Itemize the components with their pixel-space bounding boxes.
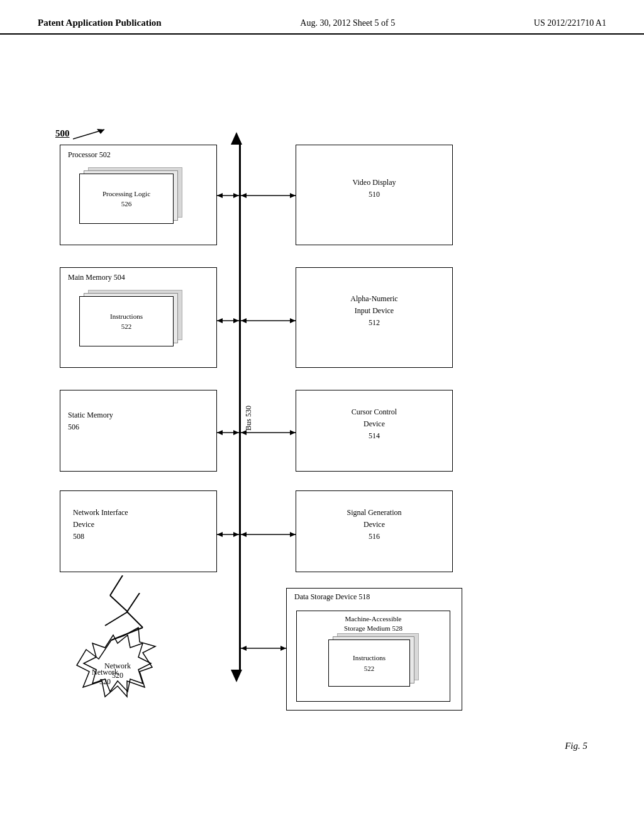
patent-number-label: US 2012/221710 A1 — [534, 18, 606, 28]
svg-marker-25 — [241, 532, 247, 537]
date-sheet-label: Aug. 30, 2012 Sheet 5 of 5 — [300, 18, 395, 28]
processor-right-arrow — [217, 191, 241, 201]
signal-generation-label: Signal GenerationDevice516 — [296, 491, 452, 546]
processing-logic-label: Processing Logic526 — [103, 189, 150, 209]
storage-arrow — [241, 643, 288, 653]
storage-instructions-container: Instructions522 — [328, 639, 410, 687]
svg-marker-6 — [290, 193, 296, 198]
network-left-arrow — [217, 529, 241, 540]
storage-medium-box: Machine-AccessibleStorage Medium 528 Ins… — [296, 611, 450, 702]
svg-marker-28 — [241, 646, 247, 651]
svg-text:Network: Network — [104, 661, 131, 670]
storage-medium-label: Machine-AccessibleStorage Medium 528 — [297, 611, 450, 635]
svg-marker-27 — [280, 646, 286, 651]
svg-marker-24 — [290, 532, 296, 537]
svg-marker-16 — [217, 430, 223, 435]
svg-marker-13 — [241, 318, 247, 323]
processing-logic-container: Processing Logic526 — [79, 174, 174, 224]
signal-generation-box: Signal GenerationDevice516 — [296, 490, 453, 572]
network-interface-label: Network InterfaceDevice508 — [60, 491, 216, 546]
bus-label: Bus 530 — [244, 406, 253, 431]
static-memory-box: Static Memory506 — [60, 390, 217, 472]
svg-marker-18 — [290, 430, 296, 435]
storage-instructions-label: Instructions522 — [353, 653, 386, 673]
svg-marker-7 — [241, 193, 247, 198]
network-interface-box: Network InterfaceDevice508 — [60, 490, 217, 572]
alpha-numeric-label: Alpha-NumericInput Device512 — [296, 268, 452, 332]
bus-line — [239, 141, 241, 670]
network-svg: Network 520 — [60, 575, 186, 714]
publication-label: Patent Application Publication — [38, 18, 162, 28]
svg-marker-22 — [217, 532, 223, 537]
svg-marker-19 — [241, 430, 247, 435]
diagram-main-label: 500 — [55, 128, 70, 139]
instructions-container: Instructions522 — [79, 296, 174, 346]
instructions-label: Instructions522 — [110, 311, 143, 332]
page-header: Patent Application Publication Aug. 30, … — [0, 0, 644, 35]
static-to-cursor-arrow — [241, 428, 297, 438]
cursor-control-label: Cursor ControlDevice514 — [296, 390, 452, 445]
data-storage-label: Data Storage Device 518 — [287, 589, 462, 603]
svg-marker-21 — [233, 532, 239, 537]
svg-marker-15 — [233, 430, 239, 435]
fig-label: Fig. 5 — [565, 741, 587, 751]
svg-line-36 — [110, 595, 128, 612]
main-label-arrow — [73, 126, 111, 145]
video-display-label: Video Display510 — [296, 145, 452, 203]
main-memory-box: Main Memory 504 Instructions522 — [60, 267, 217, 368]
svg-text:520: 520 — [112, 671, 123, 680]
processor-label: Processor 502 — [60, 145, 216, 162]
svg-line-35 — [110, 575, 123, 595]
svg-marker-10 — [217, 318, 223, 323]
svg-marker-4 — [217, 193, 223, 198]
static-left-arrow — [217, 428, 241, 438]
network-to-signal-arrow — [241, 529, 297, 540]
processing-logic-box: Processing Logic526 — [79, 174, 174, 224]
svg-line-37 — [105, 612, 128, 626]
storage-instructions-box: Instructions522 — [328, 639, 410, 687]
cursor-control-box: Cursor ControlDevice514 — [296, 390, 453, 472]
video-display-box: Video Display510 — [296, 145, 453, 245]
static-memory-label: Static Memory506 — [60, 390, 216, 436]
alpha-numeric-box: Alpha-NumericInput Device512 — [296, 267, 453, 368]
svg-marker-12 — [290, 318, 296, 323]
main-memory-label: Main Memory 504 — [60, 268, 216, 285]
svg-marker-3 — [233, 193, 239, 198]
bus-arrow-down — [231, 670, 242, 682]
memory-left-arrow — [217, 316, 241, 326]
diagram-area: 500 Bus 530 Processor 502 Processing Log… — [0, 35, 644, 770]
svg-marker-9 — [233, 318, 239, 323]
data-storage-box: Data Storage Device 518 Machine-Accessib… — [286, 588, 462, 711]
processor-to-video-arrow — [241, 191, 297, 201]
instructions-box: Instructions522 — [79, 296, 174, 346]
memory-to-alpha-arrow — [241, 316, 297, 326]
processor-box: Processor 502 Processing Logic526 — [60, 145, 217, 245]
